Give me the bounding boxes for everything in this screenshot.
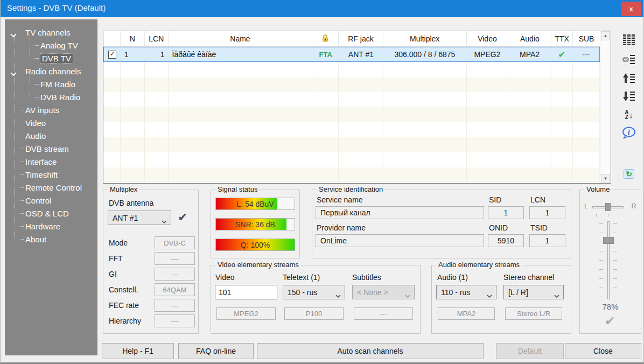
- sidebar-item-av-inputs[interactable]: AV inputs: [5, 103, 97, 116]
- gi-label: GI: [109, 270, 117, 278]
- cell-sub: ---: [572, 47, 599, 61]
- row-checkbox-cell: ✓: [104, 47, 121, 61]
- video-pid-input[interactable]: [215, 285, 277, 299]
- sid-value: 1: [488, 206, 524, 219]
- move-channel-down-icon[interactable]: [620, 88, 638, 104]
- chevron-down-icon: [487, 291, 492, 299]
- rename-channel-icon[interactable]: [620, 52, 638, 68]
- sidebar-item-tv-channels[interactable]: TV channels: [5, 26, 97, 39]
- audio-streams-title: Audio elementary streams: [436, 261, 522, 269]
- signal-status-title: Signal status: [215, 185, 260, 193]
- sidebar-item-osd-lcd[interactable]: OSD & LCD: [5, 207, 97, 220]
- sidebar-item-interface[interactable]: Interface: [5, 155, 97, 168]
- header-access[interactable]: [312, 31, 339, 46]
- sidebar-item-remote-control[interactable]: Remote Control: [5, 181, 97, 194]
- table-empty-rows: [103, 62, 600, 183]
- header-audio[interactable]: Audio: [508, 31, 551, 46]
- header-rf-jack[interactable]: RF jack: [339, 31, 383, 46]
- chevron-down-icon: [405, 291, 410, 299]
- balance-left-label: L: [584, 202, 588, 210]
- chevron-down-icon[interactable]: [10, 69, 17, 78]
- volume-slider-thumb[interactable]: [603, 237, 614, 244]
- provider-name-value: OnLime: [316, 234, 484, 247]
- close-icon[interactable]: x: [621, 2, 641, 16]
- help-button[interactable]: Help - F1: [102, 343, 174, 359]
- table-scrollbar[interactable]: ▲ ▼: [600, 31, 611, 183]
- table-row-empty: [103, 122, 600, 137]
- auto-scan-button[interactable]: Auto scan channels: [257, 343, 484, 359]
- stereo-channel-select[interactable]: [L / R]: [503, 285, 564, 299]
- scroll-down-icon[interactable]: ▼: [601, 174, 610, 183]
- header-ttx[interactable]: TTX: [551, 31, 573, 46]
- chevron-down-icon: [554, 291, 559, 299]
- teletext-page-value: P100: [284, 307, 344, 320]
- sidebar-item-about[interactable]: About: [5, 233, 97, 246]
- sidebar-item-audio[interactable]: Audio: [5, 129, 97, 142]
- header-name[interactable]: Name: [169, 31, 312, 46]
- cell-audio: MPA2: [508, 47, 551, 61]
- table-row[interactable]: ✓ 1 1 Ïåðâûé êàíàë FTA ANT #1 306.000 / …: [103, 47, 600, 62]
- sidebar-item-hardware[interactable]: Hardware: [5, 220, 97, 233]
- header-n[interactable]: N: [121, 31, 145, 46]
- service-identification-group: Service identification Service name SID …: [312, 190, 571, 258]
- audio-pid-label: Audio (1): [437, 273, 468, 282]
- title-bar[interactable]: Settings - DVB TV (Default) x: [1, 0, 643, 17]
- sidebar-item-control[interactable]: Control: [5, 194, 97, 207]
- signal-quality-bar: Q: 100%: [215, 239, 295, 251]
- sidebar-item-fm-radio[interactable]: FM Radio: [5, 78, 97, 90]
- lock-icon: [321, 34, 330, 44]
- channel-enabled-checkbox[interactable]: ✓: [108, 51, 116, 59]
- dvb-antenna-label: DVB antenna: [109, 199, 153, 207]
- sidebar-item-analog-tv[interactable]: Analog TV: [5, 39, 97, 52]
- constell-value: 64QAM: [155, 283, 195, 296]
- faq-button[interactable]: FAQ on-line: [178, 343, 254, 359]
- teletext-select[interactable]: 150 - rus: [283, 285, 345, 299]
- channel-info-icon[interactable]: i: [620, 125, 638, 141]
- chevron-down-icon[interactable]: [10, 30, 17, 39]
- volume-percent: 78%: [580, 302, 641, 311]
- fec-rate-label: FEC rate: [109, 301, 139, 310]
- header-sub[interactable]: SUB: [573, 31, 600, 46]
- sidebar-item-timeshift[interactable]: Timeshift: [5, 168, 97, 181]
- close-button[interactable]: Close: [565, 343, 641, 359]
- settings-window: Settings - DVB TV (Default) x TV channel…: [0, 0, 644, 364]
- lcn-value: 1: [529, 206, 565, 219]
- balance-slider-thumb[interactable]: [605, 203, 611, 211]
- table-row-empty: [103, 137, 600, 152]
- sidebar-item-radio-channels[interactable]: Radio channels: [5, 65, 97, 78]
- sort-az-icon[interactable]: AZ ↓: [620, 107, 638, 123]
- settings-tree: TV channels Analog TV DVB TV Radio chann…: [5, 19, 97, 355]
- fft-value: ---: [155, 252, 195, 265]
- scroll-up-icon[interactable]: ▲: [601, 31, 610, 40]
- subtitles-info-value: ---: [354, 307, 413, 320]
- hierarchy-label: Hierarchy: [109, 317, 141, 325]
- sidebar-item-video[interactable]: Video: [5, 116, 97, 129]
- header-video[interactable]: Video: [467, 31, 509, 46]
- channel-list-icon[interactable]: [620, 31, 638, 47]
- audio-select[interactable]: 110 - rus: [436, 285, 496, 299]
- gi-value: ---: [155, 268, 195, 281]
- video-pid-label: Video: [215, 273, 235, 282]
- header-multiplex[interactable]: Multiplex: [383, 31, 467, 46]
- cell-ttx: ✔: [551, 47, 572, 61]
- move-channel-up-icon[interactable]: [620, 70, 638, 86]
- tsid-label: TSID: [530, 223, 548, 232]
- onid-label: ONID: [489, 223, 508, 232]
- subtitles-select: < None >: [352, 285, 415, 299]
- tsid-value: 1: [529, 234, 565, 247]
- service-name-label: Service name: [317, 195, 363, 204]
- volume-group-title: Volume: [584, 185, 612, 193]
- refresh-channels-icon[interactable]: ↻: [620, 166, 638, 182]
- sidebar-item-dvb-stream[interactable]: DVB stream: [5, 142, 97, 155]
- fta-badge: FTA: [319, 51, 332, 59]
- sidebar-item-dvb-tv[interactable]: DVB TV: [5, 52, 97, 65]
- channel-table: N LCN Name RF jack Multiplex Video Audio…: [103, 31, 611, 184]
- chevron-down-icon: [335, 291, 341, 299]
- volume-slider[interactable]: [607, 221, 610, 299]
- onid-value: 5910: [488, 234, 524, 247]
- header-lcn[interactable]: LCN: [145, 31, 169, 46]
- table-row-empty: [103, 107, 600, 122]
- subtitles-label: Subtitles: [352, 273, 381, 282]
- sidebar-item-dvb-radio[interactable]: DVB Radio: [5, 90, 97, 103]
- dvb-antenna-select[interactable]: ANT #1: [108, 211, 171, 225]
